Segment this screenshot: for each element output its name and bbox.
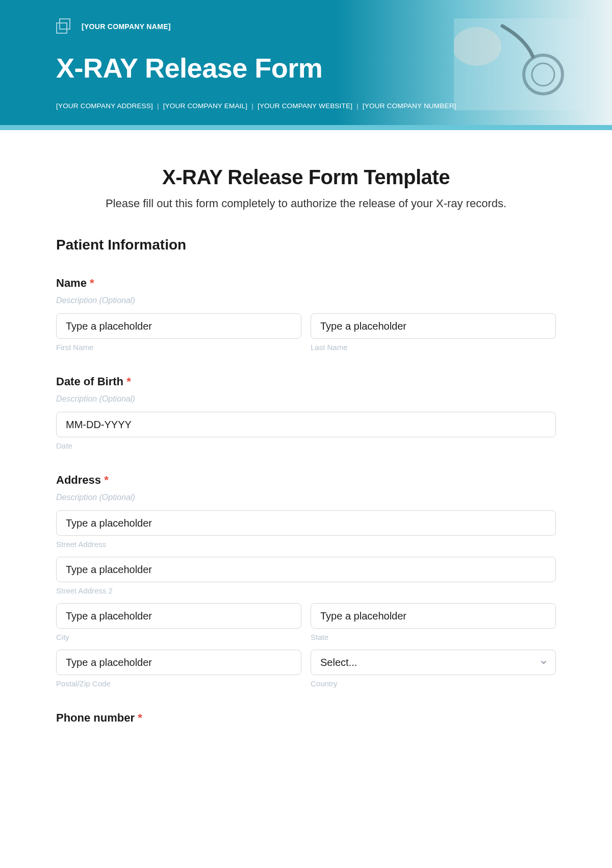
hero-banner: [YOUR COMPANY NAME] X-RAY Release Form [… bbox=[0, 0, 612, 125]
first-name-input[interactable] bbox=[56, 313, 301, 339]
required-mark: * bbox=[138, 711, 142, 724]
last-name-input[interactable] bbox=[311, 313, 556, 339]
postal-input[interactable] bbox=[56, 650, 301, 675]
last-name-sublabel: Last Name bbox=[311, 343, 556, 352]
street-sublabel: Street Address bbox=[56, 540, 556, 549]
state-input[interactable] bbox=[311, 603, 556, 629]
accent-bar bbox=[0, 125, 612, 130]
first-name-sublabel: First Name bbox=[56, 343, 301, 352]
svg-point-3 bbox=[454, 27, 501, 66]
field-name: Name * Description (Optional) First Name… bbox=[56, 277, 556, 352]
street-address-input[interactable] bbox=[56, 510, 556, 536]
company-address: [YOUR COMPANY ADDRESS] bbox=[56, 102, 153, 110]
page-subtitle: Please fill out this form completely to … bbox=[56, 197, 556, 210]
dob-sublabel: Date bbox=[56, 441, 556, 450]
field-address: Address * Description (Optional) Street … bbox=[56, 474, 556, 688]
state-sublabel: State bbox=[311, 633, 556, 641]
page-title: X-RAY Release Form Template bbox=[56, 166, 556, 189]
field-phone: Phone number * bbox=[56, 711, 556, 725]
required-mark: * bbox=[126, 375, 131, 388]
phone-label: Phone number bbox=[56, 711, 135, 724]
city-input[interactable] bbox=[56, 603, 301, 629]
company-logo-icon bbox=[56, 18, 72, 35]
company-number: [YOUR COMPANY NUMBER] bbox=[363, 102, 456, 110]
stethoscope-image bbox=[454, 18, 586, 110]
street2-sublabel: Street Address 2 bbox=[56, 586, 556, 595]
city-sublabel: City bbox=[56, 633, 301, 641]
address-label: Address bbox=[56, 474, 101, 486]
company-website: [YOUR COMPANY WEBSITE] bbox=[258, 102, 352, 110]
company-name: [YOUR COMPANY NAME] bbox=[82, 22, 171, 31]
field-dob: Date of Birth * Description (Optional) D… bbox=[56, 375, 556, 450]
required-mark: * bbox=[90, 277, 94, 289]
name-description: Description (Optional) bbox=[56, 296, 556, 305]
required-mark: * bbox=[104, 474, 109, 486]
dob-label: Date of Birth bbox=[56, 375, 123, 388]
country-sublabel: Country bbox=[311, 679, 556, 688]
name-label: Name bbox=[56, 277, 87, 289]
street-address2-input[interactable] bbox=[56, 557, 556, 582]
dob-input[interactable] bbox=[56, 412, 556, 437]
country-select[interactable] bbox=[311, 650, 556, 675]
address-description: Description (Optional) bbox=[56, 493, 556, 502]
dob-description: Description (Optional) bbox=[56, 394, 556, 404]
company-email: [YOUR COMPANY EMAIL] bbox=[163, 102, 248, 110]
section-patient-info: Patient Information bbox=[56, 237, 556, 253]
postal-sublabel: Postal/Zip Code bbox=[56, 679, 301, 688]
